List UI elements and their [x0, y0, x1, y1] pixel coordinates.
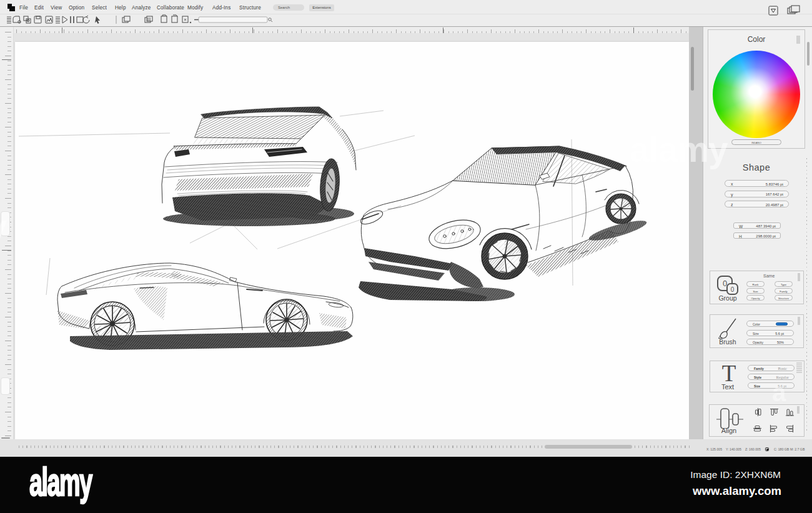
svg-text:0: 0 [723, 279, 727, 288]
svg-text:0: 0 [731, 286, 735, 293]
